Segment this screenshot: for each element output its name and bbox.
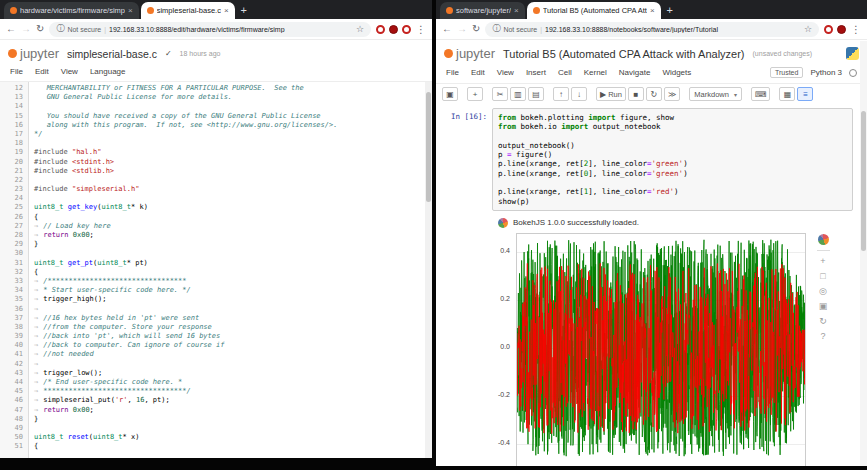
code-line: You should have received a copy of the G… (34, 112, 432, 121)
address-bar[interactable]: ⓘ Not secure | 192.168.33.10:8888/notebo… (485, 22, 819, 37)
code-cell[interactable]: In [16]: from bokeh.plotting import figu… (436, 108, 867, 211)
reset-icon[interactable]: ↻ (819, 316, 827, 326)
menu-file[interactable]: File (446, 68, 459, 77)
extension-icon-2[interactable] (837, 25, 846, 34)
menu-edit[interactable]: Edit (471, 68, 485, 77)
info-icon[interactable]: ⓘ (56, 24, 64, 34)
extension-icon-1[interactable] (824, 25, 833, 34)
menu-kernel[interactable]: Kernel (584, 68, 607, 77)
security-label: Not secure (503, 26, 537, 33)
browser-tab-editor[interactable]: simpleserial-base.c × (141, 2, 235, 19)
line-number: 49 (0, 424, 23, 433)
security-label: Not secure (67, 26, 101, 33)
insert-cell-below-icon: + (473, 90, 478, 99)
bokeh-plot[interactable]: 0.40.20.0-0.2-0.4 +□◎▣↻? (490, 233, 860, 466)
info-icon[interactable]: ⓘ (492, 24, 500, 34)
new-tab-button[interactable]: + (667, 4, 673, 16)
reload-icon[interactable]: ↻ (36, 24, 44, 34)
line-number: 31 (0, 259, 23, 268)
notebook-title[interactable]: Tutorial B5 (Automated CPA Attack with A… (503, 48, 745, 60)
box-zoom-icon[interactable]: □ (820, 271, 825, 281)
bookmark-star-icon[interactable]: ☆ (356, 24, 364, 34)
code-editor[interactable]: 1213141516171819202122232425262728293031… (0, 82, 432, 458)
restart-run-all-button[interactable]: ≫ (664, 87, 680, 101)
bokeh-loaded-text: BokehJS 1.0.0 successfully loaded. (513, 218, 639, 227)
back-icon[interactable]: ← (6, 24, 16, 34)
new-tab-button[interactable]: + (241, 4, 247, 16)
code-line: →trigger_high(); (34, 295, 432, 304)
tab-close-icon[interactable]: × (224, 6, 229, 15)
paste-cells-button[interactable]: ▤ (528, 87, 544, 101)
tab-close-icon[interactable]: × (650, 6, 655, 15)
menu-file[interactable]: File (10, 67, 23, 76)
menu-insert[interactable]: Insert (526, 68, 546, 77)
line-number: 43 (0, 369, 23, 378)
address-bar[interactable]: ⓘ Not secure | 192.168.33.10:8888/edit/h… (49, 22, 371, 37)
scrollbar-thumb[interactable] (426, 92, 431, 202)
forward-icon[interactable]: → (457, 24, 467, 34)
code-area[interactable]: MERCHANTABILITY or FITNESS FOR A PARTICU… (29, 82, 432, 458)
menu-view[interactable]: View (61, 67, 78, 76)
extension-icon-2[interactable] (389, 25, 398, 34)
trusted-button[interactable]: Trusted (770, 67, 803, 78)
bookmark-star-icon[interactable]: ☆ (804, 24, 812, 34)
code-line: MERCHANTABILITY or FITNESS FOR A PARTICU… (34, 84, 432, 93)
menu-edit[interactable]: Edit (35, 67, 49, 76)
menu-widgets[interactable]: Widgets (662, 68, 691, 77)
forward-icon[interactable]: → (21, 24, 31, 34)
code-line: p.line(xrange, ret[2], line_color='green… (498, 159, 847, 168)
line-number: 22 (0, 176, 23, 185)
move-cell-up-button[interactable]: ↑ (553, 87, 569, 101)
browser-tab-file-tree[interactable]: hardware/victims/firmware/simp × (4, 2, 139, 19)
restart-kernel-button[interactable]: ↻ (646, 87, 662, 101)
tab-close-icon[interactable]: × (514, 6, 519, 15)
extension-grid-button[interactable]: ▦ (779, 87, 795, 101)
menu-language[interactable]: Language (90, 67, 126, 76)
help-icon[interactable]: ? (820, 331, 825, 341)
notebook-scrollbar[interactable] (860, 41, 867, 466)
save-button[interactable]: ▣ (442, 87, 458, 101)
toc-toggle-button[interactable]: ≡ (797, 87, 813, 101)
extension-icon-3[interactable] (402, 25, 411, 34)
copy-cells-icon: ▥ (514, 90, 522, 99)
browser-tab-file-tree[interactable]: software/jupyter/ × (440, 2, 525, 19)
code-cell-input[interactable]: from bokeh.plotting import figure, showf… (492, 108, 853, 211)
save-plot-icon[interactable]: ▣ (819, 301, 828, 311)
menu-view[interactable]: View (497, 68, 514, 77)
wheel-zoom-icon[interactable]: ◎ (819, 286, 827, 296)
url-separator: | (104, 26, 106, 33)
input-prompt: In [16]: (438, 108, 492, 211)
reload-icon[interactable]: ↻ (472, 24, 480, 34)
scrollbar-thumb[interactable] (861, 111, 866, 251)
insert-cell-below-button[interactable]: + (467, 87, 483, 101)
cell-type-dropdown[interactable]: Markdown▾ (689, 87, 742, 101)
cut-cells-button[interactable]: ✂ (492, 87, 508, 101)
move-cell-down-button[interactable]: ↓ (571, 87, 587, 101)
menu-navigate[interactable]: Navigate (619, 68, 651, 77)
jupyter-logo[interactable]: jupyter (8, 46, 59, 61)
browser-tab-notebook[interactable]: Tutorial B5 (Automated CPA Att × (527, 2, 661, 19)
line-number: 13 (0, 93, 23, 102)
line-number: 28 (0, 231, 23, 240)
browser-menu-icon[interactable]: ⋮ (851, 24, 861, 35)
browser-menu-icon[interactable]: ⋮ (416, 24, 426, 35)
bokeh-logo-icon[interactable] (818, 234, 829, 245)
copy-cells-button[interactable]: ▥ (510, 87, 526, 101)
jupyter-brand-text: jupyter (20, 46, 59, 61)
command-palette-button[interactable]: ⌨ (751, 87, 771, 101)
pan-icon[interactable]: + (820, 256, 825, 266)
tab-strip: hardware/victims/firmware/simp × simples… (0, 0, 432, 19)
menu-cell[interactable]: Cell (558, 68, 572, 77)
file-name[interactable]: simpleserial-base.c (67, 48, 157, 60)
notebook-toolbar: ▣+✂▥▤↑↓▶Run■↻≫Markdown▾⌨▦≡ (436, 84, 867, 104)
editor-scrollbar[interactable] (425, 82, 432, 458)
extension-icon-1[interactable] (376, 25, 385, 34)
interrupt-kernel-button[interactable]: ■ (628, 87, 644, 101)
tab-close-icon[interactable]: × (128, 6, 133, 15)
run-button[interactable]: ▶Run (596, 87, 626, 101)
plot-canvas[interactable] (516, 233, 806, 466)
line-number: 12 (0, 84, 23, 93)
restart-kernel-icon: ↻ (651, 90, 658, 99)
back-icon[interactable]: ← (442, 24, 452, 34)
jupyter-logo[interactable]: jupyter (444, 46, 495, 61)
